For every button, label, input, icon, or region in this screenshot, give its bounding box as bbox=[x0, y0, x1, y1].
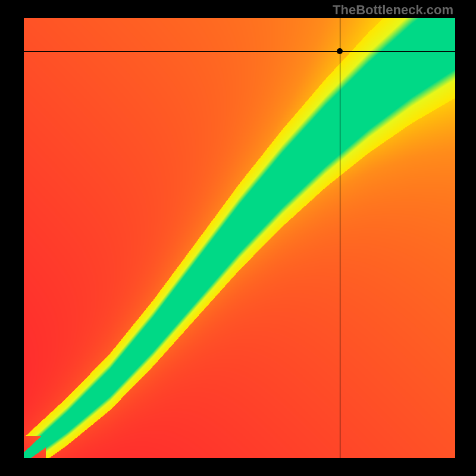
crosshair-vertical bbox=[340, 18, 340, 458]
chart-container: TheBottleneck.com bbox=[0, 0, 476, 476]
heatmap-canvas bbox=[24, 18, 455, 458]
crosshair-horizontal bbox=[24, 51, 455, 52]
watermark-text: TheBottleneck.com bbox=[333, 2, 453, 18]
marker-dot bbox=[337, 48, 343, 54]
heatmap-plot bbox=[24, 18, 455, 458]
